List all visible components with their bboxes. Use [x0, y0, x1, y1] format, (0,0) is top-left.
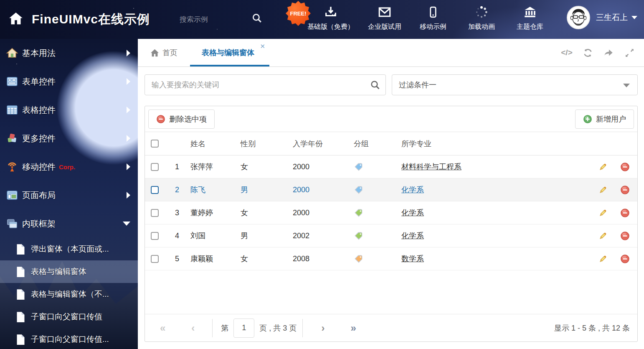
cell-year: 2002 [293, 232, 354, 240]
code-icon[interactable]: </> [561, 47, 572, 58]
major-link[interactable]: 材料科学与工程系 [401, 163, 461, 171]
table-icon [6, 104, 18, 116]
sidebar-item-iframe[interactable]: 内联框架 [0, 209, 138, 238]
close-tab-icon[interactable]: ✕ [260, 43, 265, 49]
prev-page-button[interactable]: ‹ [191, 323, 195, 333]
delete-button[interactable] [612, 162, 637, 172]
nav-item-enterprise-trial[interactable]: 企业版试用 [367, 4, 403, 31]
row-checkbox[interactable] [151, 163, 159, 171]
edit-button[interactable] [593, 254, 612, 264]
table-row[interactable]: 1 张萍萍 女 2000 材料科学与工程系 [145, 155, 637, 178]
table-row-selected[interactable]: 2 陈飞 男 2000 化学系 [145, 178, 637, 201]
sidebar-subitem-grid-edit-window[interactable]: 表格与编辑窗体 [0, 260, 138, 283]
cell-year: 2008 [293, 255, 354, 263]
nav-item-mobile-demo[interactable]: 移动示例 [415, 4, 451, 31]
edit-button[interactable] [593, 162, 612, 172]
free-badge: FREE! [286, 1, 311, 26]
row-checkbox[interactable] [151, 232, 159, 240]
next-page-button[interactable]: › [321, 323, 325, 333]
main-content: 首页 表格与编辑窗体 ✕ </> [138, 39, 644, 349]
column-header-gender[interactable]: 性别 [241, 139, 293, 149]
sidebar-item-more-controls[interactable]: 更多控件 [0, 124, 138, 153]
expand-arrow-icon [127, 107, 130, 113]
nav-item-loading-animation[interactable]: 加载动画 [464, 4, 499, 31]
user-menu[interactable]: 三生石上 [567, 6, 637, 29]
header-nav: 基础版（免费） 企业版试用 移动示例 [307, 4, 548, 31]
pager-divider [212, 319, 213, 337]
tab-home[interactable]: 首页 [138, 39, 190, 66]
edit-button[interactable] [593, 231, 612, 241]
tag-icon [354, 231, 363, 241]
delete-icon [620, 254, 630, 264]
delete-icon [620, 162, 630, 172]
share-icon[interactable] [603, 47, 614, 58]
delete-button[interactable] [612, 254, 637, 264]
column-header-major[interactable]: 所学专业 [401, 139, 593, 149]
filter-row: 过滤条件一 [145, 74, 638, 95]
sidebar-item-basic-usage[interactable]: 基本用法 [0, 39, 138, 67]
header-search-input[interactable] [180, 13, 244, 27]
add-user-button[interactable]: 新增用户 [575, 110, 634, 129]
tab-grid-edit-window[interactable]: 表格与编辑窗体 ✕ [190, 39, 269, 66]
major-link[interactable]: 数学系 [401, 255, 424, 263]
sidebar-item-page-layout[interactable]: 页面布局 [0, 181, 138, 209]
tag-icon [354, 162, 363, 172]
keyword-search-input[interactable] [145, 74, 386, 95]
chevron-down-icon [623, 84, 630, 87]
search-icon[interactable] [370, 80, 380, 90]
refresh-icon[interactable] [582, 47, 593, 58]
table-row[interactable]: 3 董婷婷 女 2000 化学系 [145, 201, 637, 224]
expand-arrow-icon [127, 163, 130, 170]
panel-toolbar: 删除选中项 新增用户 [145, 106, 637, 132]
sidebar-subitem-popup-window[interactable]: 弹出窗体（本页面或... [0, 238, 138, 260]
table-row[interactable]: 5 康颖颖 女 2008 数学系 [145, 247, 637, 270]
major-link[interactable]: 化学系 [401, 186, 424, 194]
nav-item-basic-edition[interactable]: 基础版（免费） [307, 4, 354, 31]
edit-button[interactable] [593, 185, 612, 195]
major-link[interactable]: 化学系 [401, 209, 424, 217]
delete-button[interactable] [612, 185, 637, 195]
last-page-button[interactable]: » [350, 323, 356, 333]
cell-year: 2000 [293, 186, 354, 194]
filter-dropdown[interactable]: 过滤条件一 [392, 74, 638, 95]
sidebar-subitem-child-to-parent[interactable]: 子窗口向父窗口传值 [0, 306, 138, 328]
sidebar-subitem-grid-edit-window-2[interactable]: 表格与编辑窗体（不... [0, 283, 138, 306]
pencil-icon [598, 208, 608, 218]
user-name: 三生石上 [596, 12, 637, 23]
delete-button[interactable] [612, 231, 637, 241]
header-search-icon[interactable] [251, 13, 262, 23]
home-logo-icon[interactable] [8, 10, 24, 27]
nav-item-theme-store[interactable]: 主题仓库 [512, 4, 548, 31]
cell-name: 张萍萍 [180, 162, 241, 172]
sidebar-subitem-child-to-parent-2[interactable]: 子窗口向父窗口传值... [0, 328, 138, 349]
pencil-icon [598, 254, 608, 264]
select-all-checkbox[interactable] [151, 140, 159, 148]
row-checkbox[interactable] [151, 186, 159, 194]
download-icon [324, 4, 338, 19]
cell-gender: 女 [241, 162, 293, 172]
row-checkbox[interactable] [151, 255, 159, 263]
table-row[interactable]: 4 刘国 男 2002 化学系 [145, 224, 637, 247]
column-header-year[interactable]: 入学年份 [293, 139, 354, 149]
collapse-arrow-icon [123, 222, 130, 226]
cell-name: 刘国 [180, 231, 241, 241]
edit-button[interactable] [593, 208, 612, 218]
app-window: FineUIMvc在线示例 FREE! 基础版（免费） [0, 0, 644, 349]
first-page-button[interactable]: « [160, 323, 165, 333]
page-icon [16, 244, 25, 255]
row-checkbox[interactable] [151, 209, 159, 217]
delete-button[interactable] [612, 208, 637, 218]
major-link[interactable]: 化学系 [401, 232, 424, 240]
expand-icon[interactable] [624, 47, 635, 58]
cell-name: 康颖颖 [180, 254, 241, 264]
column-header-name[interactable]: 姓名 [180, 139, 241, 149]
home-icon [6, 47, 18, 59]
column-header-group[interactable]: 分组 [354, 139, 401, 149]
tag-icon [354, 185, 363, 195]
delete-selected-button[interactable]: 删除选中项 [148, 110, 215, 129]
page-number-input[interactable] [233, 318, 254, 338]
sidebar-item-mobile-controls[interactable]: 移动控件 Corp. [0, 153, 138, 181]
sidebar-item-grid-controls[interactable]: 表格控件 [0, 96, 138, 124]
sidebar-item-form-controls[interactable]: 表单控件 [0, 67, 138, 96]
frames-icon [6, 217, 18, 230]
